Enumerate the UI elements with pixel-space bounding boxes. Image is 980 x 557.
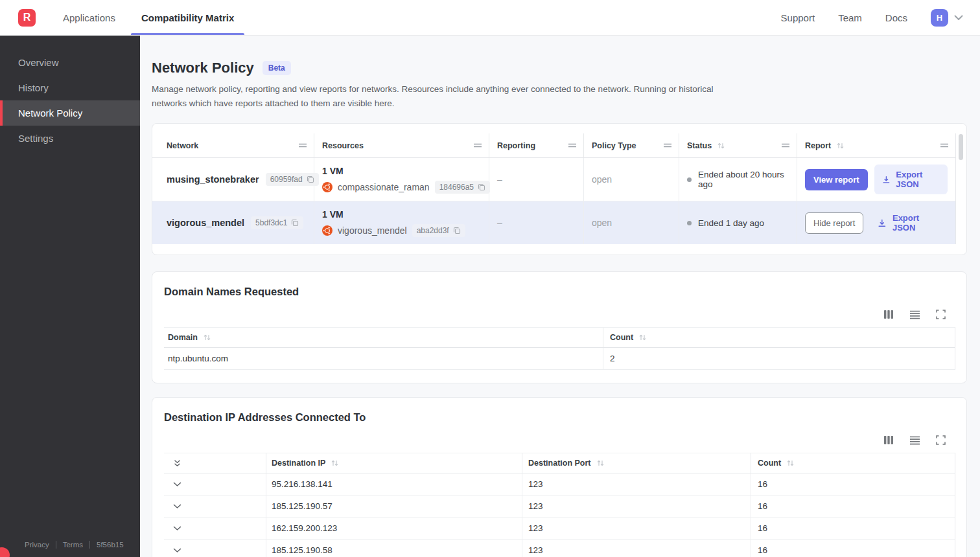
destination-ip-cell: 162.159.200.123 [266,517,522,539]
domains-table-header: Domain Count [164,327,955,348]
table-row[interactable]: musing_stonebraker 60959fad 1 VM compass… [152,158,955,201]
export-json-label: Export JSON [892,213,940,233]
nav-link-support[interactable]: Support [781,12,815,23]
terms-link[interactable]: Terms [63,541,83,549]
expand-all-icon[interactable] [173,459,181,468]
column-resize-handle[interactable] [781,143,790,148]
network-name: vigorous_mendel [167,218,244,228]
export-json-button[interactable]: Export JSON [874,165,948,194]
chevron-down-icon[interactable] [173,504,181,509]
row-density-icon[interactable] [909,310,920,319]
column-resize-handle[interactable] [473,143,482,148]
avatar[interactable]: H [931,9,948,27]
table-row[interactable]: 95.216.138.141 123 16 [164,473,955,495]
resource-id-badge[interactable]: 184696a5 [435,181,490,194]
column-resize-handle[interactable] [663,143,672,148]
page-description: Manage network policy, reporting and vie… [152,82,719,110]
nav-link-docs[interactable]: Docs [885,12,907,23]
sidebar-item-network-policy[interactable]: Network Policy [0,100,140,126]
hide-report-button[interactable]: Hide report [805,212,863,234]
table-row[interactable]: 185.125.190.57 123 16 [164,495,955,517]
column-header-policy-type: Policy Type [584,133,679,157]
copy-icon[interactable] [307,176,314,183]
export-json-label: Export JSON [896,170,940,189]
resource-id: 184696a5 [439,183,474,192]
export-json-button[interactable]: Export JSON [870,208,948,238]
toggle-columns-icon[interactable] [883,435,894,445]
tab-compatibility-matrix[interactable]: Compatibility Matrix [128,0,247,35]
table-row[interactable]: ntp.ubuntu.com 2 [164,348,955,370]
network-id-badge[interactable]: 60959fad [266,173,319,186]
privacy-link[interactable]: Privacy [25,541,49,549]
destination-ip-cell: 185.125.190.58 [266,540,522,557]
expander-cell[interactable] [164,517,266,539]
resource-name: vigorous_mendel [338,225,407,236]
networks-table: Network Resources Reporting Policy Type [152,133,956,244]
chevron-down-icon[interactable] [173,482,181,487]
status-text: Ended 1 day ago [698,218,764,228]
copy-icon[interactable] [453,227,461,234]
chevron-down-icon[interactable] [173,548,181,553]
table-row[interactable]: 185.125.190.58 123 16 [164,540,955,557]
status-dot-icon [687,177,692,182]
sort-icon[interactable] [717,142,725,150]
column-header-destination-port[interactable]: Destination Port [522,453,751,473]
main-content: Network Policy Beta Manage network polic… [140,36,980,557]
network-id: 5bdf3dc1 [255,218,287,227]
download-icon [882,175,891,185]
primary-nav-tabs: Applications Compatibility Matrix [50,0,247,35]
sort-icon[interactable] [596,459,605,467]
sort-icon[interactable] [638,334,647,341]
destination-ip-cell: 185.125.190.57 [266,495,522,517]
sidebar-item-settings[interactable]: Settings [0,126,140,151]
sort-icon[interactable] [331,459,339,467]
sort-icon[interactable] [203,334,211,341]
copy-icon[interactable] [478,183,485,191]
expander-cell[interactable] [164,495,266,517]
card-title: Domain Names Requested [164,286,966,298]
column-resize-handle[interactable] [298,143,307,148]
expander-cell[interactable] [164,473,266,495]
expand-all-header[interactable] [164,453,266,473]
user-menu[interactable]: H [931,9,963,27]
column-header-report[interactable]: Report [797,133,955,157]
expander-cell[interactable] [164,540,266,557]
domains-card: Domain Names Requested Domain Count [152,271,967,383]
chevron-down-icon[interactable] [173,526,181,531]
network-id-badge[interactable]: 5bdf3dc1 [251,216,303,229]
column-header-status[interactable]: Status [679,133,797,157]
nav-link-team[interactable]: Team [838,12,862,23]
column-header-count[interactable]: Count [603,328,955,347]
column-header-domain[interactable]: Domain [164,328,603,347]
column-resize-handle[interactable] [568,143,577,148]
sidebar-item-history[interactable]: History [0,75,140,100]
tab-applications[interactable]: Applications [50,0,128,35]
view-report-button[interactable]: View report [805,169,868,190]
toggle-columns-icon[interactable] [883,310,894,319]
vm-count: 1 VM [322,166,344,176]
status-text: Ended about 20 hours ago [698,170,789,189]
count-cell: 16 [751,495,955,517]
count-cell: 2 [603,348,955,369]
column-resize-handle[interactable] [940,143,949,148]
copy-icon[interactable] [291,219,299,227]
table-row[interactable]: 162.159.200.123 123 16 [164,517,955,540]
app-logo[interactable]: R [18,9,36,27]
row-density-icon[interactable] [909,436,920,445]
status-cell: Ended about 20 hours ago [679,158,797,201]
table-row-selected[interactable]: vigorous_mendel 5bdf3dc1 1 VM vigorous_m… [152,201,955,244]
sidebar: Overview History Network Policy Settings… [0,36,140,557]
column-header-destination-ip[interactable]: Destination IP [266,453,522,473]
sort-icon[interactable] [786,459,795,467]
resource-id-badge[interactable]: aba2dd3f [412,224,465,237]
column-header-count[interactable]: Count [751,453,955,473]
column-label: Status [687,141,712,150]
table-scrollbar-thumb[interactable] [959,134,963,160]
chevron-down-icon [954,15,963,21]
sort-icon[interactable] [836,142,845,150]
destinations-card: Destination IP Addresses Connected To De… [152,397,967,557]
sidebar-item-overview[interactable]: Overview [0,50,140,75]
fullscreen-icon[interactable] [936,310,946,319]
fullscreen-icon[interactable] [936,435,946,445]
card-title: Destination IP Addresses Connected To [164,411,966,424]
